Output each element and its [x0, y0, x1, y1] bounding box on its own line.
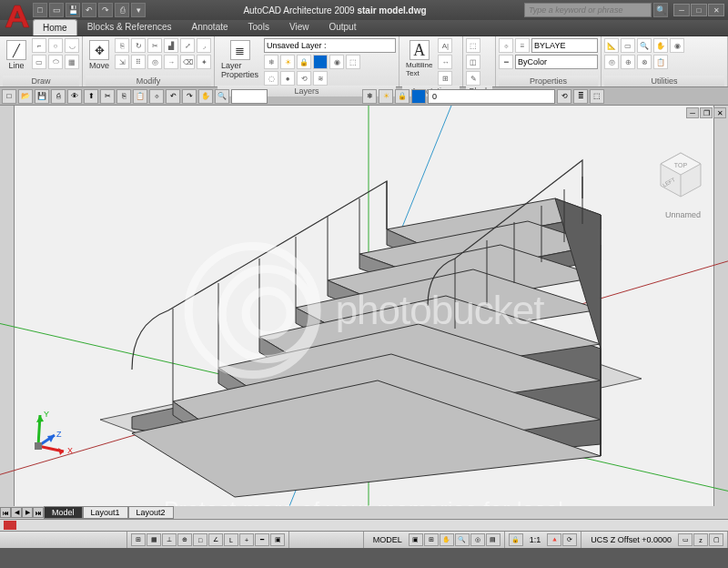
ortho-button[interactable]: ⊥	[162, 533, 177, 546]
layout-tab-model[interactable]: Model	[44, 506, 83, 519]
polyline-icon[interactable]: ⌐	[32, 38, 46, 53]
sb-wheel-icon[interactable]: ◎	[470, 533, 485, 546]
match-props-icon[interactable]: ⟐	[499, 38, 513, 53]
viewcube-label[interactable]: Unnamed	[665, 210, 701, 219]
zoom-icon[interactable]: 🔍	[637, 38, 652, 53]
search-input[interactable]	[524, 3, 652, 17]
trim-icon[interactable]: ✂	[147, 38, 162, 53]
layout-next-icon[interactable]: ▶	[22, 507, 33, 518]
erase-icon[interactable]: ⌫	[180, 55, 195, 69]
annoscale-sync-icon[interactable]: ⟳	[562, 533, 577, 546]
insert-block-icon[interactable]: ⬚	[466, 38, 480, 53]
tb-ws-dropdown[interactable]	[231, 89, 268, 104]
singletext-icon[interactable]: A|	[438, 38, 452, 53]
tb-paste-icon[interactable]: 📋	[133, 89, 147, 104]
util5-icon[interactable]: ◉	[670, 38, 684, 53]
redo-icon[interactable]: ↷	[98, 3, 113, 17]
tb-layer-sun-icon[interactable]: ☀	[379, 89, 393, 104]
tb-match-icon[interactable]: ⟐	[149, 89, 164, 104]
create-block-icon[interactable]: ◫	[466, 55, 480, 69]
annotation-scale[interactable]: 1:1	[524, 535, 547, 544]
replace-z-icon[interactable]: z	[693, 533, 708, 546]
layer-color-icon[interactable]	[313, 55, 328, 69]
ducs-button[interactable]: L	[224, 533, 238, 546]
search-icon[interactable]: 🔍	[653, 3, 668, 17]
layout-prev-icon[interactable]: ◀	[11, 507, 22, 518]
select-icon[interactable]: ▭	[621, 38, 635, 53]
copy-icon[interactable]: ⎘	[115, 38, 129, 53]
tb-redo-icon[interactable]: ↷	[182, 89, 197, 104]
measure-icon[interactable]: 📐	[604, 38, 619, 53]
tb-pan2-icon[interactable]: ✋	[198, 89, 213, 104]
app-logo[interactable]	[2, 2, 31, 31]
arc-icon[interactable]: ◡	[65, 38, 79, 53]
rotate-icon[interactable]: ↻	[131, 38, 146, 53]
maximize-button[interactable]: □	[691, 4, 707, 16]
scale-icon[interactable]: ⤢	[180, 38, 195, 53]
viewcube[interactable]: TOP LEFT	[655, 149, 706, 200]
snap-button[interactable]: ⊞	[131, 533, 146, 546]
sb-qview-icon[interactable]: ⊞	[424, 533, 439, 546]
sb-layout-icon[interactable]: ▣	[409, 533, 423, 546]
qat-dropdown-icon[interactable]: ▾	[131, 3, 146, 17]
tb-save-icon[interactable]: 💾	[35, 89, 49, 104]
ellipse-icon[interactable]: ⬭	[48, 55, 63, 69]
drawing-canvas[interactable]: ─ ❐ ✕	[0, 106, 728, 519]
layout-tab-layout1[interactable]: Layout1	[83, 506, 128, 519]
tb-preview-icon[interactable]: 👁	[67, 89, 82, 104]
pan-icon[interactable]: ✋	[653, 38, 668, 53]
cleanscreen-icon[interactable]: ▢	[709, 533, 723, 546]
move-button[interactable]: ✥ Move	[86, 38, 113, 72]
lwt-button[interactable]: ━	[255, 533, 269, 546]
otrack-button[interactable]: ∠	[208, 533, 223, 546]
line-button[interactable]: ╱ Line	[3, 38, 30, 72]
layer-match-icon[interactable]: ◉	[329, 55, 344, 69]
close-button[interactable]: ✕	[708, 4, 724, 16]
model-space-button[interactable]: MODEL	[368, 535, 408, 544]
tb-new-icon[interactable]: □	[2, 89, 16, 104]
open-icon[interactable]: ▭	[49, 3, 64, 17]
annoscale-lock-icon[interactable]: 🔒	[509, 533, 523, 546]
sb-zoom-icon[interactable]: 🔍	[455, 533, 470, 546]
layout-last-icon[interactable]: ⏭	[33, 507, 44, 518]
sb-showhide-icon[interactable]: ▤	[486, 533, 500, 546]
layer-freeze-icon[interactable]: ❄	[264, 55, 278, 69]
layer-prev-icon[interactable]: ⟲	[297, 71, 311, 86]
tb-layer-color-icon[interactable]	[411, 89, 426, 104]
props-style-icon[interactable]: ≡	[515, 38, 530, 53]
undo-icon[interactable]: ↶	[82, 3, 96, 17]
tab-home[interactable]: Home	[33, 19, 77, 36]
layer-properties-button[interactable]: ≣ Layer Properties	[217, 38, 262, 81]
layer-iso-icon[interactable]: ⬚	[346, 55, 360, 69]
dim-icon[interactable]: ↔	[438, 55, 452, 69]
lineweight-icon[interactable]: ━	[499, 55, 513, 69]
edit-block-icon[interactable]: ✎	[466, 71, 480, 86]
array-icon[interactable]: ⠿	[131, 55, 146, 69]
layer-on-icon[interactable]: ●	[280, 71, 295, 86]
extend-icon[interactable]: →	[164, 55, 178, 69]
tab-view[interactable]: View	[279, 18, 319, 36]
tb-zoom2-icon[interactable]: 🔍	[215, 89, 229, 104]
tb-plot-icon[interactable]: ⎙	[51, 89, 66, 104]
ucs-offset-display[interactable]: UCS Z Offset +0.0000	[585, 535, 677, 544]
osnap-button[interactable]: □	[193, 533, 207, 546]
layout-tab-layout2[interactable]: Layout2	[128, 506, 174, 519]
tab-output[interactable]: Output	[318, 18, 366, 36]
tb-open-icon[interactable]: 📂	[18, 89, 33, 104]
color-dropdown[interactable]: ByColor	[515, 55, 598, 69]
elevation-icon[interactable]: ▭	[678, 533, 693, 546]
paste-icon[interactable]: 📋	[653, 55, 668, 69]
layer-sun-icon[interactable]: ☀	[280, 55, 295, 69]
qp-button[interactable]: ▣	[270, 533, 285, 546]
tab-annotate[interactable]: Annotate	[182, 18, 238, 36]
print-icon[interactable]: ⎙	[115, 3, 129, 17]
util6-icon[interactable]: ◎	[604, 55, 619, 69]
tb-cut-icon[interactable]: ✂	[100, 89, 115, 104]
mirror-icon[interactable]: ▟	[164, 38, 178, 53]
explode-icon[interactable]: ✦	[197, 55, 211, 69]
tb-layer-lock-icon[interactable]: 🔒	[395, 89, 410, 104]
grid-button[interactable]: ▦	[147, 533, 161, 546]
tb-layer-freeze-icon[interactable]: ❄	[362, 89, 377, 104]
layer-off-icon[interactable]: ◌	[264, 71, 278, 86]
save-icon[interactable]: 💾	[66, 3, 80, 17]
